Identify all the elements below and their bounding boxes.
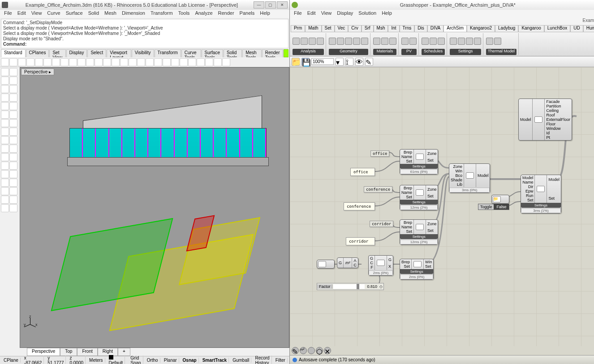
tab-archsim[interactable]: ArchSim (443, 25, 467, 32)
scale-icon[interactable] (9, 179, 17, 187)
boolean-toggle[interactable]: Toggle False (478, 204, 510, 210)
ribbon-icon[interactable] (361, 38, 368, 45)
rect-icon[interactable] (1, 102, 9, 110)
ribbon-icon[interactable] (381, 38, 388, 45)
menu-dimension[interactable]: Dimension (120, 10, 147, 18)
options-icon[interactable] (180, 58, 188, 66)
area-widget-icon[interactable]: m² (300, 347, 307, 354)
tab-crv[interactable]: Crv (348, 25, 362, 32)
tab-standard[interactable]: Standard (1, 49, 26, 57)
gh-canvas[interactable]: office office conference conference corr… (290, 67, 594, 346)
ribbon-icon[interactable] (309, 38, 316, 45)
menu-mesh[interactable]: Mesh (102, 10, 119, 18)
file-path-param[interactable]: 📁 (491, 195, 509, 204)
arc-icon[interactable] (9, 94, 17, 102)
rhino-viewport[interactable]: Perspective ▸ z x (20, 67, 289, 348)
pan-icon[interactable] (77, 58, 86, 66)
ribbon-icon[interactable] (486, 38, 493, 45)
vtab-perspective[interactable]: Perspective (27, 348, 60, 356)
cone-icon[interactable] (9, 136, 17, 144)
menu-help[interactable]: Help (258, 10, 272, 18)
ribbon-icon[interactable] (466, 38, 473, 45)
menu-tools[interactable]: Tools (176, 10, 192, 18)
menu-surface[interactable]: Surface (64, 10, 85, 18)
ribbon-icon[interactable] (353, 38, 360, 45)
tab-visibility[interactable]: Visibility (132, 49, 154, 57)
sweep-icon[interactable] (9, 162, 17, 170)
rhino-command-prompt[interactable]: Command: (3, 42, 26, 47)
tab-rendertools[interactable]: Render Tools (262, 49, 283, 57)
cut-icon[interactable] (35, 58, 43, 66)
proptoggle-icon[interactable] (9, 204, 17, 212)
rotate-icon[interactable] (86, 58, 94, 66)
toggle-recordhistory[interactable]: Record History (253, 355, 271, 364)
save-icon[interactable] (18, 58, 26, 66)
curve-icon[interactable] (1, 111, 9, 119)
toggle-planar[interactable]: Planar (162, 358, 179, 363)
status-layer[interactable]: Default (107, 355, 125, 364)
dimension-icon[interactable] (1, 196, 9, 204)
vtab-top[interactable]: Top (60, 348, 77, 356)
rhino-maximize-button[interactable]: ▢ (265, 1, 276, 9)
ribbon-icon[interactable] (458, 38, 465, 45)
tab-viewportlayout[interactable]: Viewport Layout (107, 49, 131, 57)
surface-icon[interactable] (1, 119, 9, 127)
ribbon-icon[interactable] (373, 38, 380, 45)
sketch-icon[interactable]: ✎ (365, 58, 373, 66)
rhino-close-button[interactable]: ✕ (277, 1, 288, 9)
menu-solid[interactable]: Solid (86, 10, 101, 18)
thermal-model-component[interactable]: ZoneWinBcoShadeLib Model 3ms (0%) (449, 163, 491, 193)
render-icon[interactable] (137, 58, 145, 66)
redo-icon[interactable] (69, 58, 77, 66)
open-icon[interactable] (9, 58, 17, 66)
factor-slider[interactable]: Factor 0.810 ◇ (317, 283, 384, 290)
save-file-icon[interactable]: 💾 (301, 58, 310, 66)
tab-diva[interactable]: DIVA (427, 25, 444, 32)
polygon-icon[interactable] (9, 102, 17, 110)
trim-icon[interactable] (1, 153, 9, 161)
extrude-icon[interactable] (1, 162, 9, 170)
toggle-filter[interactable]: Filter (274, 358, 288, 363)
cull-component[interactable]: GCF GX 2ms (0%) (368, 255, 393, 276)
tab-kangaroo[interactable]: Kangaroo (518, 25, 544, 32)
split-icon[interactable] (9, 153, 17, 161)
rhino-minimize-button[interactable]: — (254, 1, 264, 9)
profiler-widget-icon[interactable]: ✕ (324, 347, 331, 354)
tab-srf[interactable]: Srf (362, 25, 374, 32)
ribbon-icon[interactable] (494, 38, 501, 45)
gh-menu-edit[interactable]: Edit (305, 10, 318, 18)
tab-meshtools[interactable]: Mesh Tools (242, 49, 261, 57)
tab-solidtools[interactable]: Solid Tools (224, 49, 242, 57)
menu-view[interactable]: View (29, 10, 44, 18)
zone-component-corridor[interactable]: BrepNameSet ZoneSet Settings 12ms (2%) (400, 219, 439, 245)
rotate2-icon[interactable] (1, 179, 9, 187)
toggle-gumball[interactable]: Gumball (231, 358, 251, 363)
results-component[interactable]: Model Facade Partition Ceiling Roof Exte… (518, 98, 572, 141)
window-settings-button[interactable]: Settings (400, 269, 434, 274)
gh-menu-help[interactable]: Help (379, 10, 394, 18)
print-icon[interactable] (26, 58, 34, 66)
menu-analyze[interactable]: Analyze (193, 10, 215, 18)
tab-transform[interactable]: Transform (155, 49, 181, 57)
navigation-icon[interactable]: ⟟ (345, 58, 353, 66)
tab-ladybug[interactable]: Ladybug (495, 25, 518, 32)
zone-component-office[interactable]: BrepNameSet ZoneSet Settings 61ms (8%) (400, 149, 439, 175)
ribbon-icon[interactable] (409, 38, 417, 45)
zoom-dropdown-icon[interactable]: ▾ (336, 58, 344, 66)
layers-icon[interactable] (154, 58, 162, 66)
corridor-label[interactable]: corridor (370, 221, 393, 227)
tab-lunchbox[interactable]: LunchBox (544, 25, 570, 32)
shade-icon[interactable] (129, 58, 137, 66)
gh-menu-view[interactable]: View (319, 10, 334, 18)
align-widget-icon[interactable]: ⬡ (316, 347, 323, 354)
box-icon[interactable] (1, 128, 9, 136)
ribbon-icon[interactable] (345, 38, 352, 45)
ribbon-icon[interactable] (293, 38, 300, 45)
conference-label[interactable]: conference (364, 186, 392, 193)
tab-human[interactable]: Human (583, 25, 594, 32)
group-icon[interactable] (222, 58, 230, 66)
sphere-icon[interactable] (9, 128, 17, 136)
menu-transform[interactable]: Transform (148, 10, 175, 18)
open-file-icon[interactable]: 📁 (292, 58, 300, 66)
vtab-front[interactable]: Front (77, 348, 97, 356)
